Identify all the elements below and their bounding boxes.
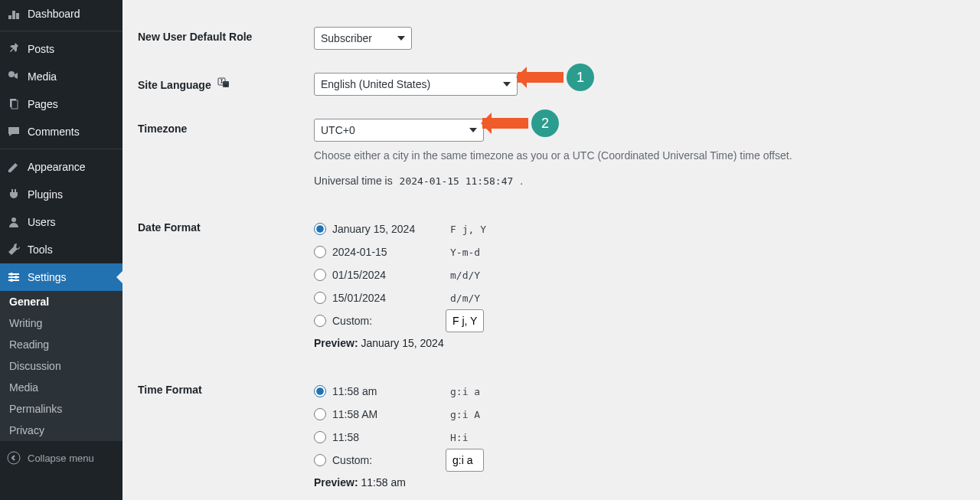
time-format-custom-option[interactable]: Custom:	[314, 449, 957, 472]
date-format-radio[interactable]	[314, 246, 326, 258]
time-format-text: 11:58 am	[332, 385, 439, 397]
settings-content: New User Default Role Subscriber Site La…	[122, 0, 980, 500]
submenu-item-media[interactable]: Media	[0, 377, 122, 398]
date-format-radio[interactable]	[314, 223, 326, 235]
time-format-text: 11:58	[332, 431, 439, 443]
time-format-option[interactable]: 11:58 H:i	[314, 426, 957, 449]
sidebar-item-label: Posts	[28, 43, 54, 55]
collapse-menu-button[interactable]: Collapse menu	[0, 444, 122, 472]
nav-divider	[0, 145, 122, 149]
time-format-code: g:i A	[446, 407, 485, 423]
custom-label: Custom:	[332, 454, 439, 466]
pin-icon	[6, 41, 21, 57]
date-format-text: 15/01/2024	[332, 292, 439, 304]
svg-point-11	[8, 452, 20, 464]
translate-icon	[217, 77, 230, 89]
sidebar-item-label: Plugins	[28, 188, 63, 201]
sidebar-item-comments[interactable]: Comments	[0, 118, 122, 145]
sidebar-item-settings[interactable]: Settings	[0, 263, 122, 291]
date-format-option[interactable]: 01/15/2024 m/d/Y	[314, 263, 957, 286]
admin-sidebar: Dashboard Posts Media Pages Comments App…	[0, 0, 122, 500]
settings-icon	[6, 270, 21, 285]
submenu-item-discussion[interactable]: Discussion	[0, 355, 122, 377]
new-user-role-label: New User Default Role	[138, 15, 306, 61]
svg-point-9	[15, 276, 18, 279]
date-format-preview: Preview: January 15, 2024	[314, 337, 957, 349]
submenu-item-writing[interactable]: Writing	[0, 312, 122, 334]
time-format-text: 11:58 AM	[332, 408, 439, 420]
settings-submenu: General Writing Reading Discussion Media…	[0, 291, 122, 441]
date-format-radio-custom[interactable]	[314, 315, 326, 327]
date-format-text: 2024-01-15	[332, 246, 439, 258]
sidebar-item-media[interactable]: Media	[0, 63, 122, 90]
media-icon	[6, 69, 21, 84]
date-format-code: Y-m-d	[446, 244, 485, 260]
date-format-custom-option[interactable]: Custom:	[314, 309, 957, 332]
time-format-option[interactable]: 11:58 AM g:i A	[314, 403, 957, 426]
dashboard-icon	[6, 6, 21, 21]
time-format-option[interactable]: 11:58 am g:i a	[314, 380, 957, 403]
time-format-code: H:i	[446, 430, 472, 446]
universal-time-line: Universal time is 2024-01-15 11:58:47 .	[314, 175, 957, 187]
new-user-role-select[interactable]: Subscriber	[314, 27, 412, 50]
time-format-code: g:i a	[446, 384, 485, 400]
collapse-label: Collapse menu	[28, 453, 94, 464]
svg-point-4	[11, 217, 16, 222]
tools-icon	[6, 242, 21, 257]
date-format-radio[interactable]	[314, 292, 326, 304]
time-format-radio[interactable]	[314, 431, 326, 443]
svg-point-10	[10, 279, 13, 282]
submenu-item-privacy[interactable]: Privacy	[0, 420, 122, 441]
sidebar-item-pages[interactable]: Pages	[0, 90, 122, 118]
sidebar-item-label: Settings	[28, 271, 67, 283]
sidebar-item-label: Comments	[28, 126, 80, 138]
custom-label: Custom:	[332, 315, 439, 327]
pages-icon	[6, 96, 21, 112]
date-format-code: m/d/Y	[446, 267, 485, 283]
sidebar-item-dashboard[interactable]: Dashboard	[0, 0, 122, 28]
date-format-label: Date Format	[138, 198, 306, 361]
comment-icon	[6, 124, 21, 139]
date-format-code: d/m/Y	[446, 290, 485, 306]
date-format-radio[interactable]	[314, 269, 326, 281]
submenu-item-general[interactable]: General	[0, 291, 122, 312]
universal-time-value: 2024-01-15 11:58:47	[396, 173, 518, 189]
users-icon	[6, 214, 21, 230]
site-language-label: Site Language	[138, 61, 306, 107]
sidebar-item-plugins[interactable]: Plugins	[0, 181, 122, 208]
time-format-radio-custom[interactable]	[314, 454, 326, 466]
date-format-text: January 15, 2024	[332, 223, 439, 235]
time-format-preview: Preview: 11:58 am	[314, 476, 957, 489]
sidebar-item-posts[interactable]: Posts	[0, 35, 122, 63]
collapse-icon	[6, 450, 21, 466]
sidebar-item-label: Media	[28, 70, 57, 83]
time-format-radio[interactable]	[314, 385, 326, 397]
date-format-option[interactable]: 15/01/2024 d/m/Y	[314, 286, 957, 309]
date-format-option[interactable]: 2024-01-15 Y-m-d	[314, 240, 957, 263]
date-format-text: 01/15/2024	[332, 269, 439, 281]
sidebar-item-label: Dashboard	[28, 8, 80, 20]
date-format-option[interactable]: January 15, 2024 F j, Y	[314, 217, 957, 240]
svg-point-0	[8, 71, 15, 77]
date-format-code: F j, Y	[446, 221, 491, 237]
sidebar-item-appearance[interactable]: Appearance	[0, 153, 122, 181]
sidebar-item-label: Users	[28, 216, 56, 228]
sidebar-item-label: Appearance	[28, 161, 86, 173]
site-language-select[interactable]: English (United States)	[314, 73, 518, 96]
submenu-item-reading[interactable]: Reading	[0, 334, 122, 355]
date-format-custom-input[interactable]	[446, 309, 484, 332]
nav-divider	[0, 28, 122, 31]
svg-rect-2	[11, 100, 18, 109]
svg-point-8	[10, 273, 13, 276]
sidebar-item-users[interactable]: Users	[0, 208, 122, 236]
time-format-custom-input[interactable]	[446, 449, 484, 472]
timezone-help-text: Choose either a city in the same timezon…	[314, 148, 957, 164]
time-format-radio[interactable]	[314, 408, 326, 420]
sidebar-item-tools[interactable]: Tools	[0, 236, 122, 263]
plugin-icon	[6, 187, 21, 202]
submenu-item-permalinks[interactable]: Permalinks	[0, 398, 122, 420]
timezone-label: Timezone	[138, 107, 306, 198]
appearance-icon	[6, 159, 21, 175]
sidebar-item-label: Pages	[28, 98, 58, 110]
timezone-select[interactable]: UTC+0	[314, 119, 484, 142]
